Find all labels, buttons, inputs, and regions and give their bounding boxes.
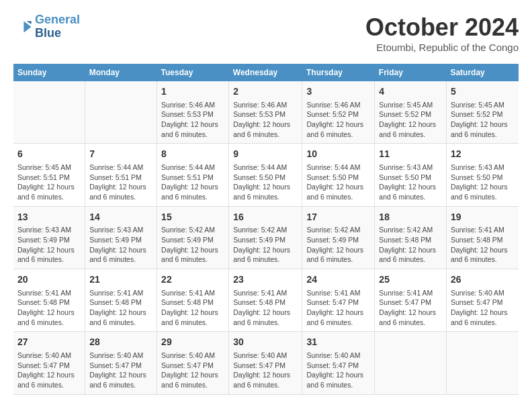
calendar-cell: 8Sunrise: 5:44 AMSunset: 5:51 PMDaylight… (157, 144, 229, 206)
day-info: Sunrise: 5:43 AMSunset: 5:50 PMDaylight:… (379, 163, 442, 202)
day-info: Sunrise: 5:41 AMSunset: 5:48 PMDaylight:… (161, 288, 224, 328)
day-number: 13 (17, 211, 81, 224)
day-info: Sunrise: 5:41 AMSunset: 5:48 PMDaylight:… (89, 288, 152, 328)
column-header-saturday: Saturday (446, 64, 519, 81)
day-number: 18 (379, 211, 442, 224)
calendar-cell: 11Sunrise: 5:43 AMSunset: 5:50 PMDayligh… (375, 144, 447, 206)
location-title: Etoumbi, Republic of the Congo (365, 42, 519, 53)
day-number: 10 (306, 148, 370, 161)
logo-text: General Blue (35, 13, 80, 40)
calendar-cell: 14Sunrise: 5:43 AMSunset: 5:49 PMDayligh… (85, 206, 157, 269)
day-number: 29 (161, 336, 224, 349)
page-header: General Blue October 2024 Etoumbi, Repub… (13, 13, 519, 53)
day-number: 5 (451, 85, 515, 99)
day-info: Sunrise: 5:43 AMSunset: 5:50 PMDaylight:… (451, 163, 515, 202)
calendar-cell: 13Sunrise: 5:43 AMSunset: 5:49 PMDayligh… (13, 206, 85, 269)
day-info: Sunrise: 5:46 AMSunset: 5:53 PMDaylight:… (233, 100, 298, 140)
calendar-cell: 24Sunrise: 5:41 AMSunset: 5:47 PMDayligh… (302, 269, 375, 332)
day-number: 9 (233, 148, 298, 161)
day-info: Sunrise: 5:41 AMSunset: 5:48 PMDaylight:… (17, 288, 81, 328)
calendar-cell (446, 332, 519, 394)
calendar-cell: 4Sunrise: 5:45 AMSunset: 5:52 PMDaylight… (375, 81, 447, 144)
calendar-cell: 10Sunrise: 5:44 AMSunset: 5:50 PMDayligh… (302, 144, 375, 206)
logo-icon (13, 17, 32, 36)
day-number: 14 (89, 211, 152, 224)
day-number: 22 (161, 273, 224, 287)
day-info: Sunrise: 5:42 AMSunset: 5:49 PMDaylight:… (233, 225, 298, 265)
day-info: Sunrise: 5:44 AMSunset: 5:50 PMDaylight:… (233, 163, 298, 202)
day-info: Sunrise: 5:41 AMSunset: 5:47 PMDaylight:… (306, 288, 370, 328)
calendar-cell: 29Sunrise: 5:40 AMSunset: 5:47 PMDayligh… (157, 332, 229, 394)
day-info: Sunrise: 5:40 AMSunset: 5:47 PMDaylight:… (161, 351, 224, 390)
day-number: 15 (161, 211, 224, 224)
calendar-cell: 25Sunrise: 5:41 AMSunset: 5:47 PMDayligh… (375, 269, 447, 332)
day-number: 11 (379, 148, 442, 161)
day-info: Sunrise: 5:40 AMSunset: 5:47 PMDaylight:… (233, 351, 298, 390)
calendar-header: SundayMondayTuesdayWednesdayThursdayFrid… (13, 64, 519, 81)
day-number: 3 (306, 85, 370, 99)
calendar-cell: 3Sunrise: 5:46 AMSunset: 5:52 PMDaylight… (302, 81, 375, 144)
column-header-monday: Monday (85, 64, 157, 81)
calendar-cell: 1Sunrise: 5:46 AMSunset: 5:53 PMDaylight… (157, 81, 229, 144)
week-row-3: 13Sunrise: 5:43 AMSunset: 5:49 PMDayligh… (13, 206, 519, 269)
calendar-cell: 22Sunrise: 5:41 AMSunset: 5:48 PMDayligh… (157, 269, 229, 332)
day-info: Sunrise: 5:45 AMSunset: 5:51 PMDaylight:… (17, 163, 81, 202)
day-info: Sunrise: 5:40 AMSunset: 5:47 PMDaylight:… (451, 288, 515, 328)
calendar-cell: 17Sunrise: 5:42 AMSunset: 5:49 PMDayligh… (302, 206, 375, 269)
calendar-cell: 31Sunrise: 5:40 AMSunset: 5:47 PMDayligh… (302, 332, 375, 394)
day-number: 2 (233, 85, 298, 99)
column-header-wednesday: Wednesday (229, 64, 302, 81)
day-info: Sunrise: 5:44 AMSunset: 5:51 PMDaylight:… (89, 163, 152, 202)
day-number: 16 (233, 211, 298, 224)
calendar-cell: 6Sunrise: 5:45 AMSunset: 5:51 PMDaylight… (13, 144, 85, 206)
column-header-friday: Friday (375, 64, 447, 81)
column-header-tuesday: Tuesday (157, 64, 229, 81)
day-number: 25 (379, 273, 442, 287)
day-number: 21 (89, 273, 152, 287)
title-block: October 2024 Etoumbi, Republic of the Co… (365, 13, 519, 53)
day-number: 30 (233, 336, 298, 349)
day-info: Sunrise: 5:46 AMSunset: 5:53 PMDaylight:… (161, 100, 224, 140)
day-number: 8 (161, 148, 224, 161)
day-number: 6 (17, 148, 81, 161)
calendar-cell: 23Sunrise: 5:41 AMSunset: 5:48 PMDayligh… (229, 269, 302, 332)
day-number: 26 (451, 273, 515, 287)
calendar-cell: 28Sunrise: 5:40 AMSunset: 5:47 PMDayligh… (85, 332, 157, 394)
calendar-cell: 16Sunrise: 5:42 AMSunset: 5:49 PMDayligh… (229, 206, 302, 269)
calendar-cell: 15Sunrise: 5:42 AMSunset: 5:49 PMDayligh… (157, 206, 229, 269)
calendar-body: 1Sunrise: 5:46 AMSunset: 5:53 PMDaylight… (13, 81, 519, 394)
day-info: Sunrise: 5:41 AMSunset: 5:48 PMDaylight:… (451, 225, 515, 265)
calendar-cell (85, 81, 157, 144)
calendar-table: SundayMondayTuesdayWednesdayThursdayFrid… (13, 64, 519, 395)
day-info: Sunrise: 5:43 AMSunset: 5:49 PMDaylight:… (17, 225, 81, 265)
day-number: 19 (451, 211, 515, 224)
day-number: 24 (306, 273, 370, 287)
day-info: Sunrise: 5:40 AMSunset: 5:47 PMDaylight:… (306, 351, 370, 390)
week-row-2: 6Sunrise: 5:45 AMSunset: 5:51 PMDaylight… (13, 144, 519, 206)
column-header-thursday: Thursday (302, 64, 375, 81)
day-number: 20 (17, 273, 81, 287)
day-info: Sunrise: 5:45 AMSunset: 5:52 PMDaylight:… (379, 100, 442, 140)
day-info: Sunrise: 5:46 AMSunset: 5:52 PMDaylight:… (306, 100, 370, 140)
day-number: 23 (233, 273, 298, 287)
month-title: October 2024 (365, 13, 519, 42)
day-number: 27 (17, 336, 81, 349)
calendar-cell: 2Sunrise: 5:46 AMSunset: 5:53 PMDaylight… (229, 81, 302, 144)
header-row: SundayMondayTuesdayWednesdayThursdayFrid… (13, 64, 519, 81)
calendar-cell: 18Sunrise: 5:42 AMSunset: 5:48 PMDayligh… (375, 206, 447, 269)
day-info: Sunrise: 5:45 AMSunset: 5:52 PMDaylight:… (451, 100, 515, 140)
week-row-4: 20Sunrise: 5:41 AMSunset: 5:48 PMDayligh… (13, 269, 519, 332)
day-info: Sunrise: 5:40 AMSunset: 5:47 PMDaylight:… (17, 351, 81, 390)
week-row-1: 1Sunrise: 5:46 AMSunset: 5:53 PMDaylight… (13, 81, 519, 144)
calendar-cell: 30Sunrise: 5:40 AMSunset: 5:47 PMDayligh… (229, 332, 302, 394)
day-info: Sunrise: 5:41 AMSunset: 5:48 PMDaylight:… (233, 288, 298, 328)
day-number: 28 (89, 336, 152, 349)
day-info: Sunrise: 5:42 AMSunset: 5:49 PMDaylight:… (306, 225, 370, 265)
day-info: Sunrise: 5:42 AMSunset: 5:49 PMDaylight:… (161, 225, 224, 265)
day-info: Sunrise: 5:44 AMSunset: 5:50 PMDaylight:… (306, 163, 370, 202)
day-number: 17 (306, 211, 370, 224)
day-info: Sunrise: 5:42 AMSunset: 5:48 PMDaylight:… (379, 225, 442, 265)
calendar-cell: 12Sunrise: 5:43 AMSunset: 5:50 PMDayligh… (446, 144, 519, 206)
svg-marker-1 (27, 21, 32, 24)
calendar-cell: 26Sunrise: 5:40 AMSunset: 5:47 PMDayligh… (446, 269, 519, 332)
